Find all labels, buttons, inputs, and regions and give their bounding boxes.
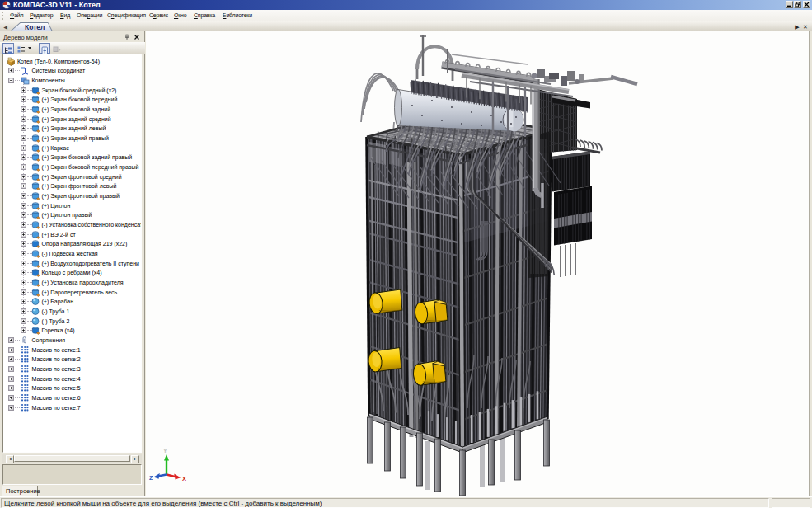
svg-text:Z: Z [149, 474, 153, 482]
svg-text:X: X [182, 475, 186, 482]
svg-text:Y: Y [163, 448, 167, 454]
